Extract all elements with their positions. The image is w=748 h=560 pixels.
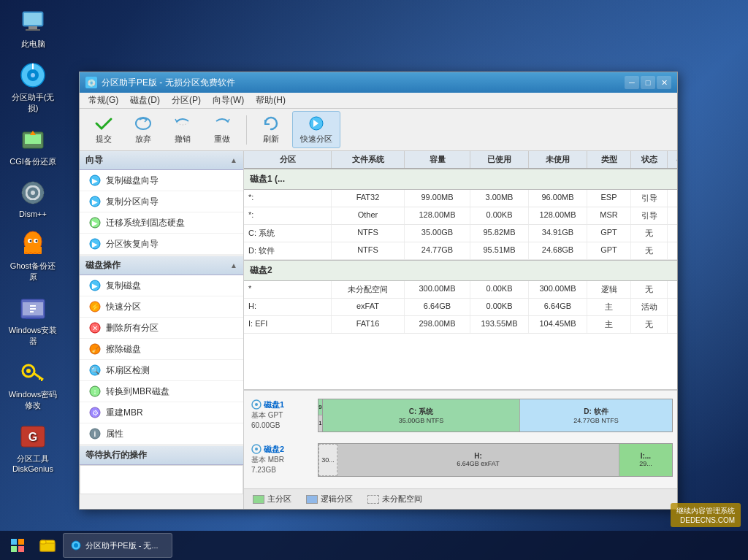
cell-used: 0.00KB [470,299,529,315]
copy-disk2-icon: ▶ [88,279,102,292]
menu-disk[interactable]: 磁盘(D) [124,93,166,108]
svg-point-38 [136,118,150,129]
d-seg-name: D: 软件 [584,407,608,417]
svg-rect-30 [30,311,34,312]
main-content: 向导 ▲ ▶ 复制磁盘向导 ▶ [80,151,677,509]
sidebar-item-quick-part[interactable]: ⚡ 快速分区 [80,296,243,318]
disk2-bar[interactable]: 30... H: 6.64GB exFAT I:... 29... [318,443,673,477]
col-type: 类型 [587,151,631,168]
i-segment[interactable]: I:... 29... [619,444,672,476]
close-button[interactable]: ✕ [657,76,671,89]
cell-fs: FAT16 [332,316,405,333]
svg-rect-2 [28,26,37,29]
svg-rect-17 [40,191,44,194]
sidebar-pending-header[interactable]: 等待执行的操作 [80,446,243,465]
taskbar-explorer-icon[interactable] [34,532,61,559]
redo-button[interactable]: 重做 [204,111,240,148]
disk-ops-arrow-icon: ▲ [230,261,237,269]
d-software-segment[interactable]: D: 软件 24.77GB NTFS [520,399,672,431]
icon-label: 分区助手(无损) [7,92,58,114]
properties-label: 属性 [106,428,123,440]
sidebar-item-copy-partition[interactable]: ▶ 复制分区向导 [80,191,243,212]
svg-text:🧹: 🧹 [91,345,100,354]
sidebar-item-rebuild-mbr[interactable]: ⚙ 重建MBR [80,402,243,423]
properties-icon: i [88,427,102,440]
desktop-icon-ghost[interactable]: Ghost备份还原 [7,229,58,283]
wizard-items: ▶ 复制磁盘向导 ▶ 复制分区向导 ▶ [80,170,243,255]
taskbar-app-label: 分区助手PE版 - 无... [85,540,159,551]
sidebar-item-wipe-disk[interactable]: 🧹 擦除磁盘 [80,339,243,360]
sidebar-wizard-header[interactable]: 向导 ▲ [80,151,243,170]
sidebar: 向导 ▲ ▶ 复制磁盘向导 ▶ [80,151,244,509]
table-row[interactable]: * 未分配空间 300.00MB 0.00KB 300.00MB 逻辑 无 是 [244,281,677,299]
refresh-button[interactable]: 刷新 [253,111,289,148]
minimize-button[interactable]: ─ [625,76,639,89]
desktop-icon-diskgenius[interactable]: G 分区工具DiskGenius [7,422,58,473]
table-row[interactable]: C: 系统 NTFS 35.00GB 95.82MB 34.91GB GPT 无… [244,225,677,242]
svg-point-23 [36,240,38,242]
quick-partition-icon [306,115,327,132]
table-row[interactable]: D: 软件 NTFS 24.77GB 95.51MB 24.68GB GPT 无… [244,242,677,260]
sidebar-item-delete-all[interactable]: ✕ 删除所有分区 [80,318,243,339]
col-used: 已使用 [470,151,529,168]
msr-segment[interactable]: 1 [318,415,322,431]
taskbar-app-icon [71,540,81,551]
menu-bar: 常规(G) 磁盘(D) 分区(P) 向导(W) 帮助(H) [80,93,677,109]
migrate-icon: ▶ [88,216,102,229]
esp-segment[interactable]: 9 [318,399,322,416]
taskbar-app-item[interactable]: 分区助手PE版 - 无... [63,533,172,558]
icon-label: Ghost备份还原 [7,261,58,283]
menu-general[interactable]: 常规(G) [83,93,124,108]
table-row[interactable]: *: Other 128.00MB 0.00KB 128.00MB MSR 引导… [244,207,677,225]
menu-wizard[interactable]: 向导(W) [207,93,250,108]
svg-point-67 [255,448,258,450]
maximize-button[interactable]: □ [641,76,655,89]
table-row[interactable]: I: EFI FAT16 298.00MB 193.55MB 104.45MB … [244,316,677,334]
cell-cap: 128.00MB [405,207,470,224]
desktop-icon-dism[interactable]: Dism++ [7,178,58,218]
table-row[interactable]: *: FAT32 99.00MB 3.00MB 96.00MB ESP 引导 是 [244,190,677,207]
cell-type: ESP [587,190,631,207]
sidebar-item-copy-disk2[interactable]: ▶ 复制磁盘 [80,275,243,296]
sidebar-item-copy-disk[interactable]: ▶ 复制磁盘向导 [80,170,243,191]
sidebar-item-properties[interactable]: i 属性 [80,423,243,445]
desktop-icon-password[interactable]: Windows密码修改 [7,358,58,411]
undo-button[interactable]: 撤销 [164,111,201,148]
cell-partition: * [244,281,332,298]
col-capacity: 容量 [405,151,470,168]
disk-visual-area: 磁盘1 基本 GPT 60.00GB 9 1 [244,389,677,488]
h-segment[interactable]: H: 6.64GB exFAT [337,444,619,476]
sidebar-item-bad-sector[interactable]: 🔍 坏扇区检测 [80,360,243,381]
cell-fs: FAT32 [332,190,405,207]
unalloc-size: 30... [321,456,335,464]
cell-fs: NTFS [332,242,405,259]
cell-fs: exFAT [332,299,405,315]
icon-label: 此电脑 [21,39,45,50]
svg-point-22 [30,240,32,242]
discard-button[interactable]: 放弃 [125,111,161,148]
sidebar-item-restore[interactable]: ▶ 分区恢复向导 [80,234,243,255]
unalloc-segment[interactable]: 30... [318,444,337,476]
sidebar-item-to-mbr[interactable]: ↕ 转换到MBR磁盘 [80,381,243,402]
cgi-icon [18,125,47,154]
menu-help[interactable]: 帮助(H) [250,93,291,108]
svg-rect-14 [31,182,34,185]
c-system-segment[interactable]: C: 系统 35.00GB NTFS [323,399,520,431]
cell-type: GPT [587,225,631,242]
desktop-icon-my-computer[interactable]: 此电脑 [7,7,58,50]
desktop-icons: 此电脑 分区助手(无损) CGI备份还原 [7,7,58,473]
sidebar-item-migrate[interactable]: ▶ 迁移系统到固态硬盘 [80,212,243,234]
table-row[interactable]: H: exFAT 6.64GB 0.00KB 6.64GB 主 活动 是 [244,299,677,316]
desktop-icon-cgi[interactable]: CGI备份还原 [7,125,58,167]
wizard-title: 向导 [85,154,103,166]
cell-align: 是 [668,190,677,207]
start-button[interactable] [3,532,32,559]
svg-text:▶: ▶ [92,282,98,290]
submit-button[interactable]: 提交 [85,111,122,148]
desktop-icon-partition-assistant[interactable]: 分区助手(无损) [7,61,58,114]
menu-partition[interactable]: 分区(P) [166,93,207,108]
desktop-icon-windows-installer[interactable]: Windows安装器 [7,294,58,347]
quick-partition-button[interactable]: 快速分区 [292,111,340,148]
sidebar-disk-ops-header[interactable]: 磁盘操作 ▲ [80,256,243,275]
disk1-bar[interactable]: 9 1 C: 系统 35.00GB NTFS D: 软件 24.77GB NTF… [318,399,673,432]
